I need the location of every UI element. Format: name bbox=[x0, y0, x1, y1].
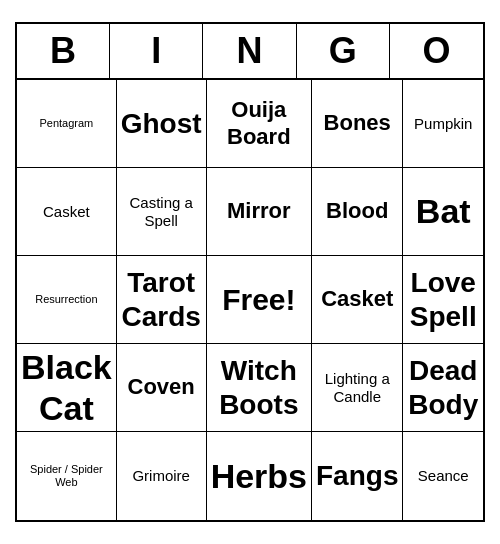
cell-text: Lighting a Candle bbox=[316, 370, 398, 406]
cell-text: Bones bbox=[324, 110, 391, 136]
bingo-cell: Blood bbox=[312, 168, 403, 256]
bingo-cell: Mirror bbox=[207, 168, 312, 256]
bingo-cell: Black Cat bbox=[17, 344, 117, 432]
bingo-cell: Casket bbox=[312, 256, 403, 344]
header-letter: N bbox=[203, 24, 296, 78]
bingo-cell: Witch Boots bbox=[207, 344, 312, 432]
cell-text: Ouija Board bbox=[211, 97, 307, 150]
cell-text: Blood bbox=[326, 198, 388, 224]
cell-text: Ghost bbox=[121, 107, 202, 141]
cell-text: Herbs bbox=[211, 456, 307, 497]
cell-text: Pumpkin bbox=[414, 115, 472, 133]
bingo-cell: Grimoire bbox=[117, 432, 207, 520]
bingo-card: BINGO PentagramGhostOuija BoardBonesPump… bbox=[15, 22, 485, 522]
cell-text: Witch Boots bbox=[211, 354, 307, 421]
cell-text: Seance bbox=[418, 467, 469, 485]
cell-text: Pentagram bbox=[39, 117, 93, 130]
header-letter: G bbox=[297, 24, 390, 78]
bingo-cell: Seance bbox=[403, 432, 483, 520]
cell-text: Casting a Spell bbox=[121, 194, 202, 230]
bingo-cell: Ouija Board bbox=[207, 80, 312, 168]
bingo-cell: Lighting a Candle bbox=[312, 344, 403, 432]
bingo-cell: Spider / Spider Web bbox=[17, 432, 117, 520]
bingo-cell: Resurrection bbox=[17, 256, 117, 344]
bingo-cell: Dead Body bbox=[403, 344, 483, 432]
cell-text: Tarot Cards bbox=[121, 266, 202, 333]
cell-text: Resurrection bbox=[35, 293, 97, 306]
cell-text: Bat bbox=[416, 191, 471, 232]
bingo-cell: Coven bbox=[117, 344, 207, 432]
bingo-grid: PentagramGhostOuija BoardBonesPumpkinCas… bbox=[17, 80, 483, 520]
cell-text: Free! bbox=[222, 282, 295, 318]
bingo-cell: Love Spell bbox=[403, 256, 483, 344]
cell-text: Black Cat bbox=[21, 347, 112, 429]
bingo-cell: Pumpkin bbox=[403, 80, 483, 168]
header-letter: I bbox=[110, 24, 203, 78]
cell-text: Casket bbox=[321, 286, 393, 312]
header-letter: B bbox=[17, 24, 110, 78]
cell-text: Casket bbox=[43, 203, 90, 221]
cell-text: Coven bbox=[128, 374, 195, 400]
cell-text: Spider / Spider Web bbox=[21, 463, 112, 489]
bingo-cell: Pentagram bbox=[17, 80, 117, 168]
bingo-cell: Bones bbox=[312, 80, 403, 168]
bingo-cell: Free! bbox=[207, 256, 312, 344]
header-letter: O bbox=[390, 24, 483, 78]
bingo-cell: Ghost bbox=[117, 80, 207, 168]
bingo-cell: Casket bbox=[17, 168, 117, 256]
cell-text: Mirror bbox=[227, 198, 291, 224]
cell-text: Dead Body bbox=[407, 354, 479, 421]
cell-text: Love Spell bbox=[407, 266, 479, 333]
bingo-header: BINGO bbox=[17, 24, 483, 80]
bingo-cell: Casting a Spell bbox=[117, 168, 207, 256]
cell-text: Grimoire bbox=[132, 467, 190, 485]
bingo-cell: Herbs bbox=[207, 432, 312, 520]
bingo-cell: Fangs bbox=[312, 432, 403, 520]
cell-text: Fangs bbox=[316, 459, 398, 493]
bingo-cell: Bat bbox=[403, 168, 483, 256]
bingo-cell: Tarot Cards bbox=[117, 256, 207, 344]
